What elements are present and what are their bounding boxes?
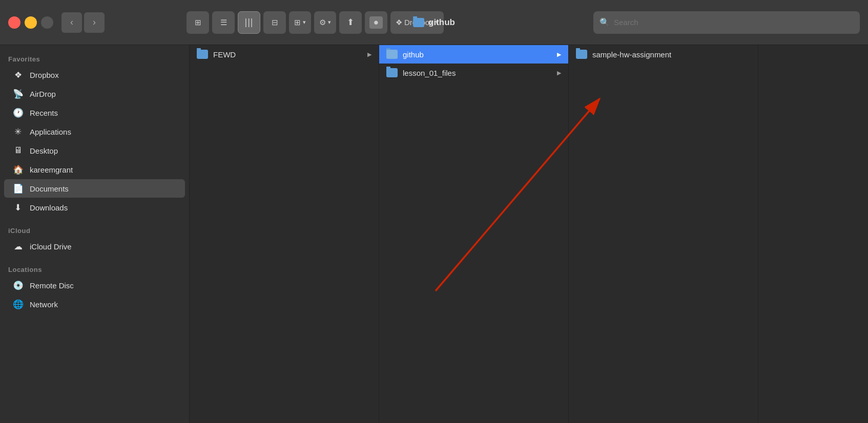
disc-icon: 💿 xyxy=(12,280,24,291)
sidebar-item-label: Desktop xyxy=(30,146,58,155)
favorites-section-label: Favorites xyxy=(0,51,189,65)
view-gallery-button[interactable]: ⊞ ▾ xyxy=(289,11,311,34)
traffic-lights xyxy=(8,16,53,29)
cover-icon: ⊟ xyxy=(272,18,278,27)
share-button[interactable]: ⬆ xyxy=(339,11,362,34)
sidebar-item-label: Recents xyxy=(30,109,58,117)
maximize-button[interactable] xyxy=(41,16,53,29)
sidebar-item-desktop[interactable]: 🖥 Desktop xyxy=(4,141,185,160)
gear-chevron-icon: ▾ xyxy=(328,19,331,26)
sidebar-item-remote-disc[interactable]: 💿 Remote Disc xyxy=(4,276,185,294)
sidebar-item-network[interactable]: 🌐 Network xyxy=(4,295,185,313)
sidebar-item-dropbox[interactable]: ❖ Dropbox xyxy=(4,66,185,84)
folder-icon xyxy=(576,50,587,59)
column-1: FEWD ▶ xyxy=(190,45,379,423)
sidebar-item-label: Downloads xyxy=(30,203,68,212)
column-item-fewd[interactable]: FEWD ▶ xyxy=(190,45,379,64)
sidebar-item-documents[interactable]: 📄 Documents xyxy=(4,179,185,198)
column-item-lesson01[interactable]: lesson_01_files ▶ xyxy=(379,64,568,82)
gallery-chevron-icon: ▾ xyxy=(303,19,306,26)
toolbar-buttons: ⊞ ☰ ||| ⊟ ⊞ ▾ ⚙ ▾ ⬆ ● ❖ Dropbox ▾ xyxy=(187,11,444,34)
airdrop-icon: 📡 xyxy=(12,88,24,99)
action-gear-button[interactable]: ⚙ ▾ xyxy=(314,11,336,34)
tag-icon: ● xyxy=(369,16,383,29)
folder-icon xyxy=(386,50,398,59)
recents-icon: 🕐 xyxy=(12,107,24,118)
sidebar-item-label: Documents xyxy=(30,184,69,193)
network-icon: 🌐 xyxy=(12,299,24,310)
downloads-icon: ⬇ xyxy=(12,202,24,213)
sidebar: Favorites ❖ Dropbox 📡 AirDrop 🕐 Recents … xyxy=(0,45,190,423)
applications-icon: ✳ xyxy=(12,126,24,137)
folder-icon xyxy=(386,68,398,77)
view-column-button[interactable]: ||| xyxy=(238,11,260,34)
folder-icon-title xyxy=(413,18,424,27)
chevron-icon: ▶ xyxy=(557,51,561,58)
chevron-icon: ▶ xyxy=(557,70,561,76)
dropbox-icon: ❖ xyxy=(396,18,402,27)
window-title: github xyxy=(413,17,455,28)
share-icon: ⬆ xyxy=(347,17,354,28)
close-button[interactable] xyxy=(8,16,20,29)
sidebar-item-label: kareemgrant xyxy=(30,165,73,174)
grid-icon: ⊞ xyxy=(195,18,201,27)
browser-pane: FEWD ▶ github ▶ lesson_01_files ▶ sample… xyxy=(190,45,868,423)
sidebar-item-label: iCloud Drive xyxy=(30,242,72,251)
back-button[interactable]: ‹ xyxy=(61,12,82,33)
search-input[interactable] xyxy=(614,18,854,27)
icloud-icon: ☁ xyxy=(12,241,24,252)
locations-section-label: Locations xyxy=(0,262,189,276)
icloud-section-label: iCloud xyxy=(0,223,189,237)
documents-icon: 📄 xyxy=(12,183,24,194)
search-icon: 🔍 xyxy=(600,17,610,27)
column-2: github ▶ lesson_01_files ▶ xyxy=(379,45,569,423)
window-title-text: github xyxy=(428,17,455,28)
item-name-github: github xyxy=(403,50,552,59)
view-icon-grid-button[interactable]: ⊞ xyxy=(187,11,209,34)
search-bar[interactable]: 🔍 xyxy=(593,11,860,34)
sidebar-item-kareemgrant[interactable]: 🏠 kareemgrant xyxy=(4,160,185,179)
view-list-button[interactable]: ☰ xyxy=(212,11,235,34)
sidebar-item-label: Applications xyxy=(30,128,71,136)
gallery-icon: ⊞ xyxy=(294,18,301,27)
desktop-icon: 🖥 xyxy=(12,145,24,156)
sidebar-item-downloads[interactable]: ⬇ Downloads xyxy=(4,198,185,217)
sidebar-item-airdrop[interactable]: 📡 AirDrop xyxy=(4,84,185,103)
folder-icon xyxy=(197,50,208,59)
column-item-github[interactable]: github ▶ xyxy=(379,45,568,64)
view-cover-button[interactable]: ⊟ xyxy=(263,11,286,34)
column-3: sample-hw-assignment xyxy=(569,45,758,423)
sidebar-item-applications[interactable]: ✳ Applications xyxy=(4,122,185,141)
column-icon: ||| xyxy=(244,17,253,28)
home-icon: 🏠 xyxy=(12,164,24,175)
sidebar-item-label: Network xyxy=(30,300,58,309)
dropbox-icon: ❖ xyxy=(12,69,24,80)
chevron-icon: ▶ xyxy=(367,51,371,58)
sidebar-item-icloud-drive[interactable]: ☁ iCloud Drive xyxy=(4,237,185,256)
main-content: Favorites ❖ Dropbox 📡 AirDrop 🕐 Recents … xyxy=(0,45,868,423)
nav-buttons: ‹ › xyxy=(61,12,105,33)
forward-button[interactable]: › xyxy=(84,12,105,33)
item-name-lesson01: lesson_01_files xyxy=(403,69,552,77)
sidebar-item-label: Remote Disc xyxy=(30,281,74,290)
sidebar-item-label: AirDrop xyxy=(30,90,56,98)
item-name-fewd: FEWD xyxy=(213,50,362,59)
title-bar: ‹ › github ⊞ ☰ ||| ⊟ ⊞ ▾ ⚙ ▾ ⬆ ● xyxy=(0,0,868,45)
column-item-sample-hw[interactable]: sample-hw-assignment xyxy=(569,45,758,64)
gear-icon: ⚙ xyxy=(319,18,326,27)
minimize-button[interactable] xyxy=(25,16,37,29)
list-icon: ☰ xyxy=(220,18,227,27)
tag-button[interactable]: ● xyxy=(365,11,387,34)
sidebar-item-label: Dropbox xyxy=(30,71,59,79)
sidebar-item-recents[interactable]: 🕐 Recents xyxy=(4,103,185,122)
item-name-sample-hw: sample-hw-assignment xyxy=(592,50,751,59)
